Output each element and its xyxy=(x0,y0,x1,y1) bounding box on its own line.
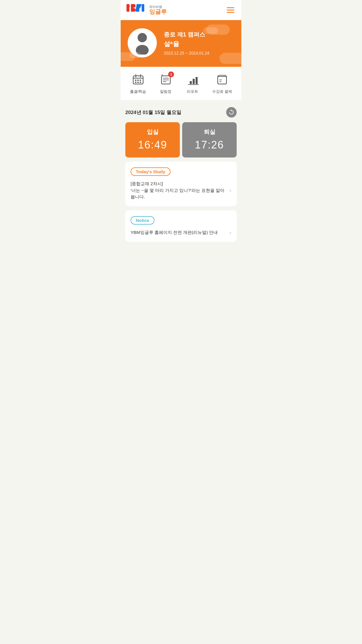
svg-rect-27 xyxy=(190,81,192,84)
profile-name: 설*율 xyxy=(164,40,209,48)
enter-card: 입실 16:49 xyxy=(125,122,180,158)
report-icon-wrap xyxy=(185,73,199,87)
refresh-icon xyxy=(228,109,235,116)
hamburger-line-3 xyxy=(227,12,234,13)
study-item-text: [종합교재 2차시]'너는 ~을 몇 마리 가지고 있니?'라는 표현을 알아봅… xyxy=(131,181,227,200)
hamburger-line-1 xyxy=(227,7,234,8)
logo-text: 와이비엠 잉글루 xyxy=(149,5,167,15)
alarm-icon-wrap: 3 xyxy=(159,73,173,87)
payment-icon xyxy=(216,74,228,86)
svg-rect-29 xyxy=(196,77,198,84)
ybm-logo-icon xyxy=(126,4,147,16)
profile-date-range: 2023.12.25 ~ 2024.01.24 xyxy=(164,51,209,55)
svg-point-9 xyxy=(138,33,147,42)
report-label: 리포트 xyxy=(187,89,198,94)
svg-rect-28 xyxy=(193,79,195,84)
hamburger-menu-button[interactable] xyxy=(226,6,236,14)
svg-rect-17 xyxy=(140,80,141,81)
menu-item-report[interactable]: 리포트 xyxy=(185,73,199,94)
exit-label: 퇴실 xyxy=(204,128,215,136)
enter-label: 입실 xyxy=(147,128,159,136)
svg-rect-16 xyxy=(137,80,139,81)
logo-title: 잉글루 xyxy=(149,8,167,15)
svg-rect-15 xyxy=(135,80,136,81)
todays-study-badge: Today's Study xyxy=(131,167,171,176)
main-content: 2024년 01월 15일 월요일 입실 16:49 퇴실 17:26 Toda… xyxy=(121,102,241,251)
alarm-label: 알림장 xyxy=(160,89,171,94)
logo-subtitle: 와이비엠 xyxy=(149,5,167,8)
menu-item-alarm[interactable]: 3 알림장 xyxy=(159,73,173,94)
avatar-icon xyxy=(133,31,151,55)
notice-item-chevron-icon: › xyxy=(229,229,231,236)
exit-card: 퇴실 17:26 xyxy=(182,122,237,158)
attendance-icon xyxy=(132,74,144,86)
date-row: 2024년 01월 15일 월요일 xyxy=(125,107,237,118)
payment-icon-wrap xyxy=(215,73,229,87)
cloud-decor-5 xyxy=(219,53,241,64)
quick-menu: 출결/학습 3 알림장 리포트 xyxy=(121,67,241,102)
header: 와이비엠 잉글루 xyxy=(121,0,241,20)
svg-rect-19 xyxy=(137,82,139,83)
date-text: 2024년 01월 15일 월요일 xyxy=(125,109,181,116)
attendance-label: 출결/학습 xyxy=(130,89,146,94)
payment-label: 수강료 결제 xyxy=(212,89,232,94)
attendance-icon-wrap xyxy=(131,73,145,87)
notice-badge: Notice xyxy=(131,216,154,225)
notice-item-text: YBM잉글루 홈페이지 전면 개편(리뉴얼) 안내 xyxy=(131,230,227,235)
exit-time: 17:26 xyxy=(195,139,224,151)
alarm-badge: 3 xyxy=(168,71,174,77)
svg-rect-18 xyxy=(135,82,136,83)
hamburger-line-2 xyxy=(227,10,234,10)
study-card: Today's Study [종합교재 2차시]'너는 ~을 몇 마리 가지고 … xyxy=(125,162,237,206)
enter-time: 16:49 xyxy=(138,139,167,151)
notice-item[interactable]: YBM잉글루 홈페이지 전면 개편(리뉴얼) 안내 › xyxy=(131,229,231,236)
menu-item-attendance[interactable]: 출결/학습 xyxy=(130,73,146,94)
attendance-row: 입실 16:49 퇴실 17:26 xyxy=(125,122,237,158)
logo: 와이비엠 잉글루 xyxy=(126,4,167,16)
svg-rect-4 xyxy=(131,8,136,12)
cloud-decor-4 xyxy=(203,27,218,34)
profile-campus: 종로 제1 캠퍼스 xyxy=(164,31,209,38)
svg-rect-3 xyxy=(131,4,136,8)
svg-rect-7 xyxy=(142,4,144,12)
study-item[interactable]: [종합교재 2차시]'너는 ~을 몇 마리 가지고 있니?'라는 표현을 알아봅… xyxy=(131,181,231,200)
refresh-button[interactable] xyxy=(226,107,237,118)
profile-banner: 종로 제1 캠퍼스 설*율 2023.12.25 ~ 2024.01.24 xyxy=(121,20,241,67)
report-icon xyxy=(186,74,198,86)
cloud-decor-2 xyxy=(129,52,141,58)
study-item-chevron-icon: › xyxy=(229,187,231,194)
profile-info: 종로 제1 캠퍼스 설*율 2023.12.25 ~ 2024.01.24 xyxy=(164,31,209,55)
svg-rect-20 xyxy=(140,82,141,83)
menu-item-payment[interactable]: 수강료 결제 xyxy=(212,73,232,94)
notice-card: Notice YBM잉글루 홈페이지 전면 개편(리뉴얼) 안내 › xyxy=(125,210,237,242)
